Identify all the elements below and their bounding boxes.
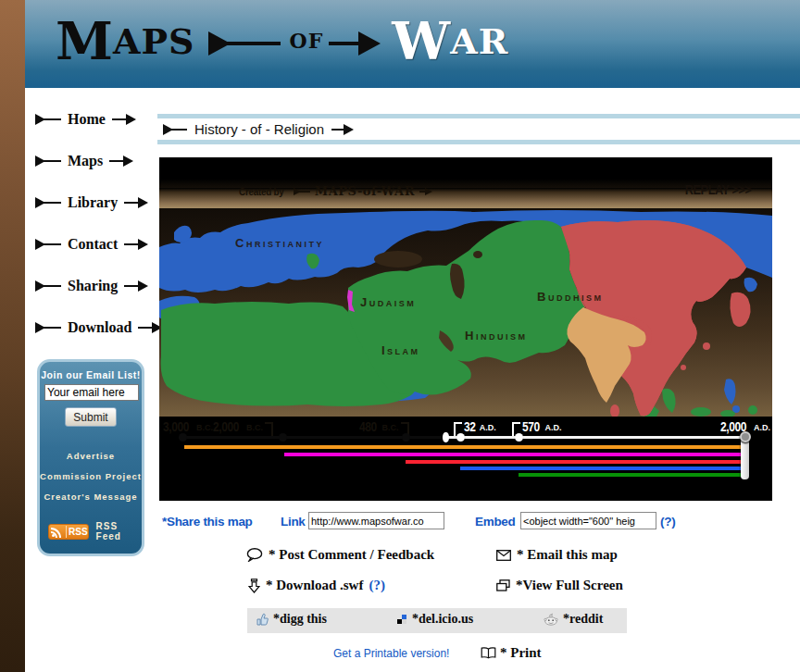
islam-label: Islam <box>381 343 420 357</box>
rss-feed-label: RSS Feed <box>96 521 142 541</box>
timeline[interactable]: 3,000B.C. 2,000B.C. 480B.C. 32A.D. 570A.… <box>159 417 772 501</box>
sidebar-item-sharing[interactable]: Sharing <box>35 276 156 296</box>
email-input[interactable] <box>44 384 139 401</box>
sidebar-item-label: Maps <box>68 153 103 169</box>
bar-islam <box>519 473 746 477</box>
digg-thumb-icon <box>256 613 269 626</box>
submit-button[interactable]: Submit <box>65 407 117 427</box>
delicious-icon <box>397 615 407 625</box>
logo-arrow-icon <box>208 31 281 56</box>
sidebar-item-label: Home <box>68 111 106 128</box>
digg-link[interactable]: *digg this <box>256 612 327 627</box>
email-signup-box: Join our Email List! Submit Advertise Co… <box>37 359 144 556</box>
judaism-label: Judaism <box>360 295 416 309</box>
sidebar-item-library[interactable]: Library <box>35 193 156 213</box>
arrow-icon <box>331 124 354 135</box>
logo-word-war: W <box>392 13 450 68</box>
sidebar-item-label: Contact <box>68 236 118 253</box>
arrow-icon <box>35 239 61 250</box>
arrow-icon <box>124 280 148 292</box>
commission-project-link[interactable]: Commission Project <box>40 471 142 481</box>
created-by: Created by MAPS-of-WAR <box>239 184 432 198</box>
embed-label: Embed <box>475 515 516 529</box>
bar-christianity <box>460 467 746 470</box>
tick-2000bc: 2,000B.C. <box>213 419 273 436</box>
email-box-title: Join our Email List! <box>40 369 142 380</box>
title-stripe <box>157 114 800 118</box>
embed-help-link[interactable]: (?) <box>660 515 675 529</box>
printable-version-link[interactable]: Get a Printable version! <box>333 647 449 660</box>
title-stripe <box>157 140 800 144</box>
bar-hinduism <box>184 445 746 449</box>
view-full-screen-link[interactable]: *View Full Screen <box>496 578 623 593</box>
arrow-icon <box>35 322 61 333</box>
logo-arrow-icon <box>329 31 381 56</box>
sidebar-item-label: Download <box>68 319 131 336</box>
bar-buddhism <box>406 460 746 464</box>
speech-bubble-icon <box>246 548 263 562</box>
buddhism-label: Buddhism <box>537 290 603 304</box>
mini-logo: MAPS-of-WAR <box>315 184 415 198</box>
logo-word-maps: M <box>56 13 113 68</box>
link-label: Link <box>281 515 306 529</box>
page: MAPS OF WAR Home Maps Library Contact Sh… <box>0 0 800 672</box>
site-logo[interactable]: MAPS OF WAR <box>56 13 508 68</box>
timeline-dot-480bc[interactable] <box>402 433 410 442</box>
arrow-icon <box>35 280 61 292</box>
bar-judaism <box>284 453 746 456</box>
sidebar-item-home[interactable]: Home <box>35 109 156 130</box>
share-this-map-link[interactable]: *Share this map <box>162 515 253 529</box>
arrow-icon <box>112 114 136 125</box>
religion-map: Christianity Judaism Islam Hinduism Budd… <box>159 208 772 417</box>
flash-header: Created by MAPS-of-WAR REPLAY >>> <box>159 157 772 208</box>
timeline-dot-2000bc[interactable] <box>279 433 287 442</box>
download-help-link[interactable]: (?) <box>369 578 385 593</box>
rss-icon: RSS <box>48 524 89 540</box>
timeline-dot-570ad[interactable] <box>515 433 523 442</box>
page-title: History - of - Religion <box>163 121 354 137</box>
sidebar-item-maps[interactable]: Maps <box>35 151 156 171</box>
print-link[interactable]: * Print <box>481 645 542 661</box>
arrow-icon <box>35 197 61 208</box>
advertise-link[interactable]: Advertise <box>40 451 142 461</box>
timeline-track <box>447 436 747 439</box>
playhead-bar[interactable] <box>741 439 749 479</box>
timeline-marker[interactable] <box>443 432 449 442</box>
download-icon <box>248 579 260 593</box>
reddit-link[interactable]: *reddit <box>544 612 603 627</box>
arrow-icon <box>109 156 133 167</box>
embed-code-input[interactable] <box>520 512 656 529</box>
sidebar-item-label: Sharing <box>68 278 118 294</box>
sidebar-item-contact[interactable]: Contact <box>35 234 156 255</box>
link-url-input[interactable] <box>308 512 444 529</box>
timeline-dot-32ad[interactable] <box>456 433 465 442</box>
reddit-alien-icon <box>544 613 558 626</box>
fullscreen-icon <box>496 579 510 591</box>
book-icon <box>481 647 496 659</box>
arrow-icon <box>124 197 148 208</box>
christianity-label: Christianity <box>235 236 324 250</box>
arrow-icon <box>124 239 148 250</box>
left-brown-stripe <box>0 0 25 672</box>
social-band: *digg this *del.icio.us *reddit <box>247 608 627 633</box>
creators-message-link[interactable]: Creator's Message <box>40 492 142 502</box>
replay-button[interactable]: REPLAY >>> <box>685 181 752 197</box>
email-this-map-link[interactable]: * Email this map <box>496 547 618 563</box>
playhead-handle[interactable] <box>740 431 751 442</box>
post-comment-link[interactable]: * Post Comment / Feedback <box>246 547 434 563</box>
tick-480bc: 480B.C. <box>359 419 409 436</box>
arrow-icon <box>35 114 61 125</box>
sidebar-item-label: Library <box>68 194 118 211</box>
arrow-icon <box>163 124 187 135</box>
rss-feed-link[interactable]: RSS RSS Feed <box>48 521 142 541</box>
flash-map-player[interactable]: Created by MAPS-of-WAR REPLAY >>> <box>159 157 772 501</box>
delicious-link[interactable]: *del.icio.us <box>397 612 473 627</box>
timeline-dot-3000bc[interactable] <box>179 433 187 442</box>
download-swf-link[interactable]: * Download .swf (?) <box>248 578 385 593</box>
sidebar-item-download[interactable]: Download <box>35 317 156 338</box>
tick-3000bc: 3,000B.C. <box>163 419 213 436</box>
logo-word-of: OF <box>290 29 324 53</box>
hinduism-label: Hinduism <box>465 329 527 342</box>
world-map-svg: Christianity Judaism Islam Hinduism Budd… <box>159 208 772 417</box>
arrow-icon <box>35 156 61 167</box>
